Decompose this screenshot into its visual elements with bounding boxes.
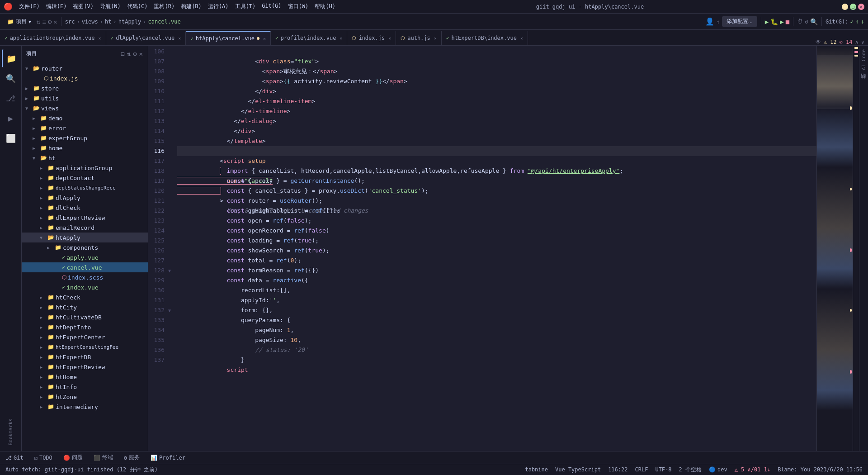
tree-item-htInfo[interactable]: ▶ 📁 htInfo (22, 382, 148, 392)
menu-tools[interactable]: 工具(T) (232, 2, 259, 11)
breadcrumb-ht[interactable]: ht (105, 19, 111, 25)
menu-edit[interactable]: 编辑(E) (43, 2, 70, 11)
tree-item-utils[interactable]: ▶ 📁 utils (22, 93, 148, 103)
tab-auth-js[interactable]: ⬡ auth.js ✕ (396, 31, 442, 45)
breadcrumb-views[interactable]: views (82, 19, 98, 25)
status-git-fetch[interactable]: Auto fetch: giit-gqdj-ui finished (12 分钟… (4, 464, 160, 475)
tab-htApply-cancel[interactable]: ✓ htApply\cancel.vue ✕ (186, 31, 271, 45)
status-cursor[interactable]: 116:22 (606, 464, 629, 475)
tree-item-router-index[interactable]: ▶ ⬡ index.js (22, 73, 148, 83)
tree-item-htDeptInfo[interactable]: ▶ 📁 htDeptInfo (22, 322, 148, 332)
activity-extensions[interactable]: ⬜ (2, 129, 20, 147)
tab-dlApply[interactable]: ✓ dlApply\cancel.vue ✕ (106, 31, 186, 45)
tree-item-htExpertReview[interactable]: ▶ 📁 htExpertReview (22, 362, 148, 372)
sidebar-config-icon[interactable]: ⚙ (133, 50, 137, 57)
tree-item-htCheck[interactable]: ▶ 📁 htCheck (22, 292, 148, 302)
activity-explorer[interactable]: 📁 (2, 49, 20, 67)
tree-item-applicationGroup[interactable]: ▶ 📁 applicationGroup (22, 163, 148, 173)
git-push-icon[interactable]: ↑ (855, 18, 859, 25)
tree-item-home[interactable]: ▶ 📁 home (22, 143, 148, 153)
tree-item-htExpertConsultingFee[interactable]: ▶ 📁 htExpertConsultingFee (22, 342, 148, 352)
menu-run[interactable]: 运行(A) (205, 2, 231, 11)
breadcrumb-htApply[interactable]: htApply (118, 19, 142, 25)
status-line-ending[interactable]: CRLF (633, 464, 650, 475)
git-pull-icon[interactable]: ↓ (861, 18, 864, 25)
chevron-down2-icon[interactable]: ∨ (861, 39, 864, 45)
tree-item-htExpertCenter[interactable]: ▶ 📁 htExpertCenter (22, 332, 148, 342)
sidebar-sort-icon[interactable]: ⇅ (127, 50, 131, 57)
git-check-icon[interactable]: ✓ (850, 18, 854, 25)
minimize-button[interactable]: — (842, 4, 848, 10)
activity-search[interactable]: 🔍 (2, 69, 20, 87)
activity-run[interactable]: ▶ (2, 109, 20, 127)
tree-item-deptContact[interactable]: ▶ 📁 deptContact (22, 173, 148, 183)
bottom-tab-services[interactable]: ⚙ 服务 (122, 451, 142, 464)
tab-htExpertDB[interactable]: ✓ htExpertDB\index.vue ✕ (442, 31, 528, 45)
tree-item-deptStatusChangeRecc[interactable]: ▶ 📁 deptStatusChangeRecc (22, 183, 148, 193)
tab-close-icon[interactable]: ✕ (98, 36, 101, 41)
tree-item-index-vue[interactable]: ▶ ✓ index.vue (22, 282, 148, 292)
tree-item-expertGroup[interactable]: ▶ 📁 expertGroup (22, 133, 148, 143)
tree-item-dlApply[interactable]: ▶ 📁 dlApply (22, 193, 148, 203)
sidebar-layout-icon[interactable]: ⊟ (121, 50, 125, 57)
tab-close6-icon[interactable]: ✕ (434, 36, 437, 41)
tab-close4-icon[interactable]: ✕ (340, 36, 342, 41)
tree-item-dlCheck[interactable]: ▶ 📁 dlCheck (22, 203, 148, 213)
menu-window[interactable]: 窗口(W) (285, 2, 311, 11)
tree-item-apply-vue[interactable]: ▶ ✓ apply.vue (22, 252, 148, 262)
tree-item-intermediary[interactable]: ▶ 📁 intermediary (22, 402, 148, 412)
bookmarks-label[interactable]: Bookmarks (6, 417, 15, 447)
bottom-tab-terminal[interactable]: ⬛ 终端 (92, 451, 115, 464)
code-lines[interactable]: <div class="flex"> <span>审核意见：</span> <s… (175, 46, 816, 451)
menu-bar[interactable]: 文件(F) 编辑(E) 视图(V) 导航(N) 代码(C) 重构(R) 构建(B… (16, 2, 338, 11)
refresh-icon[interactable]: ↺ (805, 18, 808, 25)
bottom-tab-todo[interactable]: ☑ TODO (33, 451, 54, 464)
tree-item-htApply[interactable]: ▼ 📂 htApply (22, 233, 148, 242)
bottom-tab-git[interactable]: ⎇ Git (4, 451, 25, 464)
status-tabnine[interactable]: tabnine (523, 464, 550, 475)
tree-item-views[interactable]: ▼ 📂 views (22, 103, 148, 113)
tree-item-htCity[interactable]: ▶ 📁 htCity (22, 302, 148, 312)
tree-item-emailRecord[interactable]: ▶ 📁 emailRecord (22, 223, 148, 233)
stop-icon[interactable]: ■ (786, 18, 789, 25)
tree-item-demo[interactable]: ▶ 📁 demo (22, 113, 148, 123)
tree-item-store[interactable]: ▶ 📁 store (22, 83, 148, 93)
maximize-button[interactable]: □ (850, 4, 856, 10)
tree-item-error[interactable]: ▶ 📁 error (22, 123, 148, 133)
tree-item-index-scss[interactable]: ▶ ⬡ index.scss (22, 272, 148, 282)
right-panel-bookmarks[interactable]: AI Code (861, 49, 867, 70)
tree-item-ht[interactable]: ▼ 📂 ht (22, 153, 148, 163)
tree-item-router[interactable]: ▼ 📂 router (22, 63, 148, 73)
tree-item-cancel-vue[interactable]: ▶ ✓ cancel.vue (22, 262, 148, 272)
status-encoding[interactable]: UTF-8 (653, 464, 673, 475)
menu-file[interactable]: 文件(F) (16, 2, 42, 11)
minimap[interactable] (816, 46, 853, 451)
expand-icon[interactable]: ⇅ (37, 18, 40, 25)
tree-item-htZone[interactable]: ▶ 📁 htZone (22, 392, 148, 402)
chevron-up-icon[interactable]: ∧ (855, 39, 859, 45)
status-branch[interactable]: 🔵 dev (707, 464, 729, 475)
tab-close2-icon[interactable]: ✕ (178, 36, 181, 41)
status-errors[interactable]: △ 5 ∧/01 1↓ (733, 464, 772, 475)
tab-close7-icon[interactable]: ✕ (520, 36, 523, 41)
sidebar-close-icon[interactable]: ✕ (139, 50, 143, 57)
tab-close5-icon[interactable]: ✕ (388, 36, 391, 41)
status-language[interactable]: Vue TypeScript (553, 464, 603, 475)
bottom-tab-problems[interactable]: 🔴 问题 (61, 451, 85, 464)
breadcrumb-file[interactable]: cancel.vue (148, 19, 181, 25)
breadcrumb-src[interactable]: src (65, 19, 75, 25)
menu-code[interactable]: 代码(C) (124, 2, 151, 11)
tree-item-htCultivateDB[interactable]: ▶ 📁 htCultivateDB (22, 312, 148, 322)
play-icon[interactable]: ▶ (765, 18, 769, 25)
search-icon[interactable]: 🔍 (810, 18, 818, 25)
fold-icon-132[interactable]: ▼ (168, 305, 174, 315)
tree-item-dlExpertReview[interactable]: ▶ 📁 dlExpertReview (22, 213, 148, 223)
tab-applicationGroup[interactable]: ✓ applicationGroup\index.vue ✕ (0, 31, 106, 45)
debug-icon[interactable]: 🐛 (770, 18, 778, 25)
menu-help[interactable]: 帮助(H) (312, 2, 338, 11)
collapse-icon[interactable]: ≡ (42, 18, 46, 25)
run-icon[interactable]: ▶ (780, 18, 783, 25)
tree-item-htExpertDB[interactable]: ▶ 📁 htExpertDB (22, 352, 148, 362)
menu-build[interactable]: 构建(B) (178, 2, 204, 11)
menu-nav[interactable]: 导航(N) (97, 2, 123, 11)
